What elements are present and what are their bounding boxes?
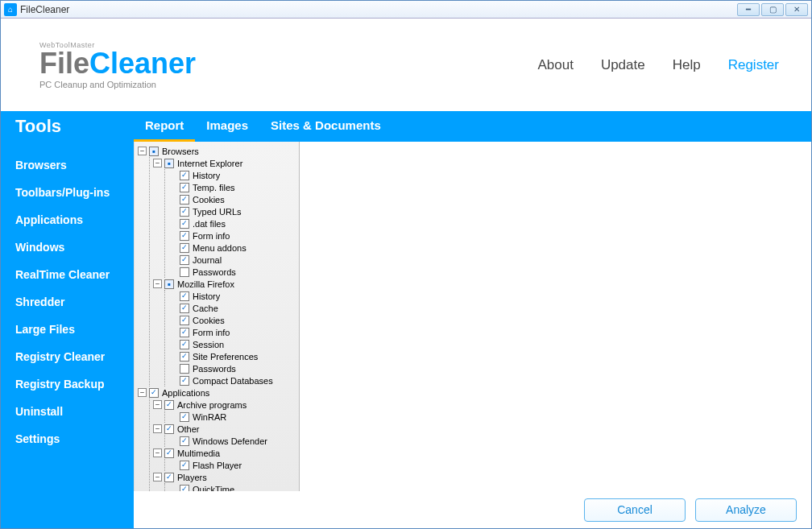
sidebar-item-toolbars-plug-ins[interactable]: Toolbars/Plug-ins [1,179,134,206]
tree-label[interactable]: Menu addons [193,243,246,253]
maximize-button[interactable]: ▢ [761,3,784,16]
tree-row[interactable]: −Multimedia [153,447,299,459]
tree-label[interactable]: Compact Databases [193,376,273,386]
tree-row[interactable]: −Players [153,471,299,483]
tree-label[interactable]: Cache [193,304,218,313]
tree-checkbox[interactable] [180,352,189,362]
tree-row[interactable]: Site Preferences [168,350,299,362]
tree-row[interactable]: Cache [168,302,299,314]
sidebar-item-applications[interactable]: Applications [1,206,134,234]
tree-checkbox[interactable] [180,436,189,446]
tree-row[interactable]: −Archive programs [153,399,299,411]
tree-checkbox[interactable] [180,207,189,217]
tree-checkbox[interactable] [180,412,189,422]
tree-row[interactable]: Temp. files [168,181,299,193]
tree-row[interactable]: −Other [153,423,299,435]
tree-pane[interactable]: −Browsers−Internet ExplorerHistoryTemp. … [135,142,300,491]
tree-checkbox[interactable] [164,448,174,458]
cancel-button[interactable]: Cancel [584,498,686,522]
tree-label[interactable]: Mozilla Firefox [177,279,234,289]
sidebar-item-registry-backup[interactable]: Registry Backup [1,370,134,398]
tree-row[interactable]: −Mozilla Firefox [153,278,299,290]
tree-row[interactable]: History [168,169,299,181]
tree-label[interactable]: WinRAR [193,412,226,422]
tree-checkbox[interactable] [180,255,189,265]
sidebar-item-settings[interactable]: Settings [1,425,134,453]
tree-row[interactable]: Windows Defender [168,435,299,447]
tree-label[interactable]: Form info [193,328,230,337]
tree-row[interactable]: WinRAR [168,411,299,423]
close-button[interactable]: ✕ [785,3,808,16]
tree-row[interactable]: Cookies [168,314,299,326]
tree-row[interactable]: .dat files [168,217,299,229]
tab-report[interactable]: Report [134,111,195,142]
tree-label[interactable]: History [193,171,220,180]
expand-icon[interactable]: − [153,159,162,167]
tree-checkbox[interactable] [180,183,189,192]
tree-checkbox[interactable] [180,461,189,470]
tree-checkbox[interactable] [164,159,174,168]
tree-checkbox[interactable] [149,147,159,156]
tree-row[interactable]: Passwords [168,266,299,278]
tree-label[interactable]: QuickTime [193,485,234,492]
register-link[interactable]: Register [728,57,779,73]
tab-images[interactable]: Images [195,111,259,142]
update-link[interactable]: Update [601,57,645,73]
tree-checkbox[interactable] [180,340,189,349]
tree-checkbox[interactable] [180,243,189,253]
sidebar-item-large-files[interactable]: Large Files [1,316,134,343]
sidebar-item-registry-cleaner[interactable]: Registry Cleaner [1,343,134,370]
tree-row[interactable]: History [168,290,299,302]
expand-icon[interactable]: − [153,424,162,433]
tree-checkbox[interactable] [180,291,189,301]
tree-row[interactable]: Flash Player [168,459,299,471]
expand-icon[interactable]: − [138,147,147,155]
tree-checkbox[interactable] [180,231,189,241]
expand-icon[interactable]: − [153,473,162,481]
tree-checkbox[interactable] [180,316,189,325]
tree-label[interactable]: Typed URLs [193,207,242,217]
tree-row[interactable]: −Applications [138,386,299,399]
tree-label[interactable]: Applications [162,388,209,398]
tree-label[interactable]: Passwords [193,364,236,374]
tree-label[interactable]: Archive programs [177,400,246,410]
tree-label[interactable]: Players [177,473,207,482]
tree-checkbox[interactable] [164,279,174,289]
tree-label[interactable]: Temp. files [193,183,235,192]
tree-label[interactable]: Form info [193,231,230,241]
sidebar-item-uninstall[interactable]: Uninstall [1,398,134,425]
tree-row[interactable]: Cookies [168,193,299,205]
tree-checkbox[interactable] [180,304,189,313]
tab-sites-documents[interactable]: Sites & Documents [259,111,392,142]
tree-label[interactable]: Internet Explorer [177,159,242,168]
tree-checkbox[interactable] [180,376,189,386]
tree-row[interactable]: Menu addons [168,242,299,254]
sidebar-item-shredder[interactable]: Shredder [1,288,134,316]
expand-icon[interactable]: − [153,448,162,457]
expand-icon[interactable]: − [153,400,162,409]
content-pane[interactable] [300,142,811,491]
tree-label[interactable]: Cookies [193,195,225,205]
tree-row[interactable]: Session [168,338,299,350]
tree-row[interactable]: QuickTime [168,483,299,491]
sidebar-item-realtime-cleaner[interactable]: RealTime Cleaner [1,261,134,288]
tree-label[interactable]: Cookies [193,316,225,325]
tree-label[interactable]: Site Preferences [193,352,258,362]
tree-checkbox[interactable] [180,267,189,277]
tree-checkbox[interactable] [180,328,189,337]
tree-row[interactable]: Journal [168,254,299,266]
tree-row[interactable]: −Browsers [138,145,299,157]
tree-label[interactable]: .dat files [193,219,226,229]
tree-row[interactable]: Compact Databases [168,374,299,386]
tree-row[interactable]: Passwords [168,362,299,374]
sidebar-item-browsers[interactable]: Browsers [1,151,134,179]
tree-row[interactable]: Typed URLs [168,205,299,217]
tree-label[interactable]: Windows Defender [193,436,267,446]
tree-row[interactable]: −Internet Explorer [153,157,299,169]
expand-icon[interactable]: − [153,279,162,288]
tree-label[interactable]: History [193,291,220,301]
tree-checkbox[interactable] [180,171,189,180]
tree-label[interactable]: Multimedia [177,448,220,458]
tree-checkbox[interactable] [180,219,189,229]
tree-checkbox[interactable] [180,195,189,205]
